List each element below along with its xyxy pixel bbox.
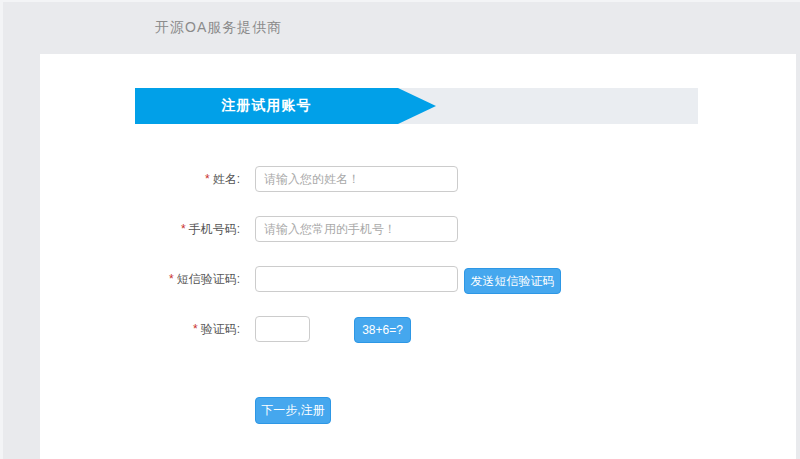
- required-marker: *: [169, 272, 174, 286]
- registration-form: *姓名: *手机号码: *短信验证码: 发送短信验证码 *验证码:: [40, 166, 796, 424]
- sms-code-label-text: 短信验证码:: [177, 272, 240, 286]
- top-header: 开源OA服务提供商: [3, 2, 800, 54]
- name-label-text: 姓名:: [213, 172, 240, 186]
- name-input[interactable]: [255, 166, 458, 192]
- submit-row: 下一步,注册: [40, 397, 796, 424]
- banner-arrow: 注册试用账号: [135, 88, 398, 124]
- phone-input[interactable]: [255, 216, 458, 242]
- send-sms-button[interactable]: 发送短信验证码: [464, 268, 561, 294]
- banner-track: 注册试用账号: [135, 88, 698, 124]
- page: 开源OA服务提供商 注册试用账号 *姓名: *手机号码:: [0, 0, 800, 459]
- required-marker: *: [193, 322, 198, 336]
- name-label: *姓名:: [40, 171, 240, 188]
- form-row-phone: *手机号码:: [40, 216, 796, 242]
- form-row-name: *姓名:: [40, 166, 796, 192]
- form-row-sms-code: *短信验证码: 发送短信验证码: [40, 266, 796, 292]
- sms-code-label: *短信验证码:: [40, 271, 240, 288]
- required-marker: *: [205, 172, 210, 186]
- captcha-question-button[interactable]: 38+6=?: [354, 317, 411, 343]
- phone-label-text: 手机号码:: [189, 222, 240, 236]
- brand-title: 开源OA服务提供商: [155, 19, 282, 37]
- content-card: 注册试用账号 *姓名: *手机号码: *短信验证码:: [40, 54, 796, 459]
- form-row-captcha: *验证码: 38+6=?: [40, 316, 796, 342]
- banner-title: 注册试用账号: [222, 97, 312, 115]
- phone-label: *手机号码:: [40, 221, 240, 238]
- register-submit-button[interactable]: 下一步,注册: [255, 397, 331, 424]
- captcha-input[interactable]: [255, 316, 310, 342]
- captcha-label-text: 验证码:: [201, 322, 240, 336]
- required-marker: *: [181, 222, 186, 236]
- captcha-label: *验证码:: [40, 321, 240, 338]
- sms-code-input[interactable]: [255, 266, 458, 292]
